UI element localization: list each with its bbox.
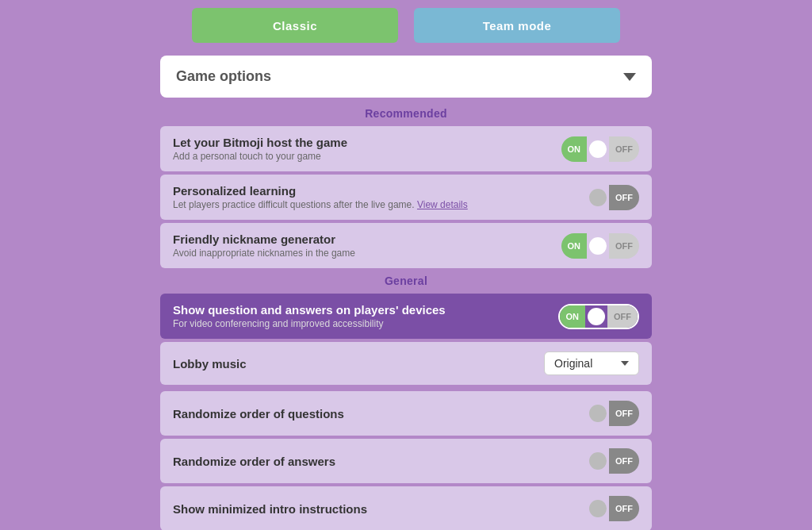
bitmoji-toggle-thumb: [589, 140, 607, 158]
personalized-learning-text-group: Personalized learning Let players practi…: [173, 184, 468, 210]
dropdown-chevron-icon: [621, 361, 629, 366]
randomize-answers-option-row: Randomize order of answers OFF: [160, 439, 652, 483]
bitmoji-toggle[interactable]: ON OFF: [561, 136, 640, 162]
randomize-answers-toggle-off-label: OFF: [609, 448, 639, 474]
randomize-questions-toggle[interactable]: OFF: [587, 401, 639, 426]
minimized-intro-toggle-off-label: OFF: [609, 496, 639, 521]
chevron-down-icon: [623, 73, 636, 81]
general-section-label: General: [160, 275, 652, 287]
minimized-intro-toggle[interactable]: OFF: [587, 496, 639, 521]
nickname-option-subtitle: Avoid inappropriate nicknames in the gam…: [173, 248, 355, 259]
recommended-options-list: Let your Bitmoji host the game Add a per…: [160, 126, 652, 268]
minimized-intro-toggle-thumb: [589, 500, 607, 517]
personalized-learning-toggle-thumb: [589, 189, 607, 206]
bitmoji-toggle-off-label: OFF: [609, 136, 639, 162]
randomize-answers-option-title: Randomize order of answers: [173, 455, 335, 468]
general-options-list: Show question and answers on players' de…: [160, 294, 652, 530]
randomize-answers-toggle-thumb: [589, 452, 607, 470]
view-details-link[interactable]: View details: [417, 199, 468, 210]
team-mode-button[interactable]: Team mode: [414, 8, 620, 43]
show-question-toggle[interactable]: ON OFF: [558, 304, 640, 329]
randomize-questions-option-row: Randomize order of questions OFF: [160, 391, 652, 436]
nickname-toggle-off-label: OFF: [609, 233, 639, 259]
randomize-questions-toggle-off-label: OFF: [609, 401, 639, 426]
personalized-learning-option-subtitle: Let players practice difficult questions…: [173, 199, 468, 210]
classic-mode-button[interactable]: Classic: [192, 8, 398, 43]
lobby-music-row: Lobby music Original: [160, 342, 652, 385]
bitmoji-option-subtitle: Add a personal touch to your game: [173, 151, 347, 162]
show-question-toggle-on-label: ON: [560, 305, 586, 328]
show-question-toggle-off-label: OFF: [607, 305, 638, 328]
show-question-option-row: Show question and answers on players' de…: [160, 294, 652, 339]
bitmoji-option-row: Let your Bitmoji host the game Add a per…: [160, 126, 652, 171]
bitmoji-toggle-on-label: ON: [561, 136, 588, 162]
nickname-toggle-thumb: [589, 237, 607, 255]
show-question-option-subtitle: For video conferencing and improved acce…: [173, 318, 446, 329]
nickname-text-group: Friendly nickname generator Avoid inappr…: [173, 232, 355, 259]
nickname-toggle[interactable]: ON OFF: [561, 233, 640, 259]
bitmoji-text-group: Let your Bitmoji host the game Add a per…: [173, 136, 347, 162]
minimized-intro-option-row: Show minimized intro instructions OFF: [160, 486, 652, 530]
personalized-learning-option-row: Personalized learning Let players practi…: [160, 175, 652, 220]
lobby-music-dropdown[interactable]: Original: [544, 351, 639, 375]
nickname-option-row: Friendly nickname generator Avoid inappr…: [160, 223, 652, 268]
recommended-section-label: Recommended: [160, 107, 652, 120]
show-question-text-group: Show question and answers on players' de…: [173, 303, 446, 329]
nickname-toggle-on-label: ON: [561, 233, 588, 259]
show-question-option-title: Show question and answers on players' de…: [173, 303, 446, 317]
randomize-answers-toggle[interactable]: OFF: [587, 448, 639, 474]
personalized-learning-toggle[interactable]: OFF: [587, 185, 639, 210]
nickname-option-title: Friendly nickname generator: [173, 232, 355, 246]
mode-buttons-container: Classic Team mode: [160, 8, 652, 43]
lobby-music-value: Original: [554, 357, 592, 370]
game-options-header[interactable]: Game options: [160, 56, 652, 98]
show-question-toggle-thumb: [588, 308, 605, 325]
bitmoji-option-title: Let your Bitmoji host the game: [173, 136, 347, 149]
randomize-questions-option-title: Randomize order of questions: [173, 407, 344, 421]
minimized-intro-option-title: Show minimized intro instructions: [173, 502, 367, 516]
lobby-music-title: Lobby music: [173, 357, 247, 371]
personalized-learning-option-title: Personalized learning: [173, 184, 468, 198]
game-options-title: Game options: [176, 68, 271, 85]
personalized-learning-toggle-off-label: OFF: [609, 185, 639, 210]
randomize-questions-toggle-thumb: [589, 405, 607, 422]
